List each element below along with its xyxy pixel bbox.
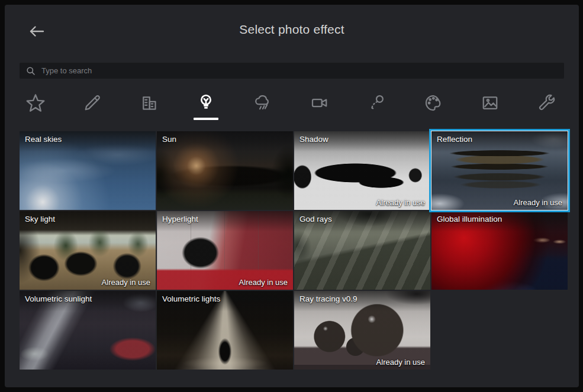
effect-tile-volumetric-lights[interactable]: Volumetric lights <box>157 291 293 370</box>
effect-tile-volumetric-sunlight[interactable]: Volumetric sunlight <box>20 291 156 370</box>
effect-tile-hyperlight[interactable]: Hyperlight Already in use <box>157 211 293 290</box>
effect-tile-sun[interactable]: Sun <box>157 131 293 210</box>
tab-color[interactable] <box>405 88 462 124</box>
already-in-use-badge: Already in use <box>102 278 150 287</box>
effect-label: Sky light <box>25 215 55 223</box>
effect-tile-god-rays[interactable]: God rays <box>294 211 430 290</box>
rain-cloud-icon <box>252 92 273 114</box>
already-in-use-badge: Already in use <box>514 198 562 207</box>
pencil-icon <box>82 92 103 114</box>
tab-weather[interactable] <box>234 88 291 124</box>
tab-favorites[interactable] <box>7 88 64 124</box>
effect-label: Real skies <box>25 135 62 144</box>
search-input[interactable] <box>36 63 564 79</box>
effect-tile-sky-light[interactable]: Sky light Already in use <box>20 211 156 290</box>
effect-tile-real-skies[interactable]: Real skies <box>20 131 156 210</box>
already-in-use-badge: Already in use <box>239 278 288 287</box>
buildings-icon <box>138 92 160 114</box>
select-photo-effect-dialog: Select photo effect <box>5 5 579 387</box>
effect-label: Sun <box>162 135 176 144</box>
page-title: Select photo effect <box>5 22 579 37</box>
already-in-use-badge: Already in use <box>376 198 425 207</box>
already-in-use-badge: Already in use <box>376 358 425 367</box>
lightbulb-icon <box>195 92 217 114</box>
effect-label: Volumetric lights <box>162 294 220 303</box>
effect-tile-reflection[interactable]: Reflection Already in use <box>431 131 568 210</box>
effect-label: Volumetric sunlight <box>25 294 92 303</box>
video-camera-icon <box>309 92 330 114</box>
effect-label: Ray tracing v0.9 <box>299 294 357 303</box>
tab-motion[interactable] <box>348 88 405 124</box>
effect-tile-ray-tracing[interactable]: Ray tracing v0.9 Already in use <box>294 291 430 370</box>
effect-label: Global illumination <box>437 215 502 223</box>
selected-tab-underline <box>194 118 218 120</box>
effect-label: Hyperlight <box>162 215 198 223</box>
effect-label: Reflection <box>437 135 472 144</box>
tab-image[interactable] <box>462 88 518 124</box>
search-bar <box>20 63 564 79</box>
tab-light[interactable] <box>178 88 234 124</box>
effect-tile-shadow[interactable]: Shadow Already in use <box>294 131 430 210</box>
wrench-icon <box>536 92 558 114</box>
app-frame: Select photo effect <box>0 0 583 392</box>
effect-tile-global-illumination[interactable]: Global illumination <box>431 211 568 290</box>
tab-sketch[interactable] <box>64 88 121 124</box>
tab-settings[interactable] <box>518 88 575 124</box>
tab-scene[interactable] <box>121 88 178 124</box>
effects-grid: Real skies Sun Shadow Already in use Ref… <box>20 131 569 370</box>
effect-label: Shadow <box>299 135 328 144</box>
bouncing-ball-icon <box>366 92 387 114</box>
tab-camera[interactable] <box>291 88 348 124</box>
picture-icon <box>479 92 501 114</box>
search-icon <box>26 66 36 76</box>
star-icon <box>24 92 47 115</box>
effect-label: God rays <box>299 215 332 223</box>
palette-icon <box>423 92 444 114</box>
category-tabs <box>7 88 575 124</box>
